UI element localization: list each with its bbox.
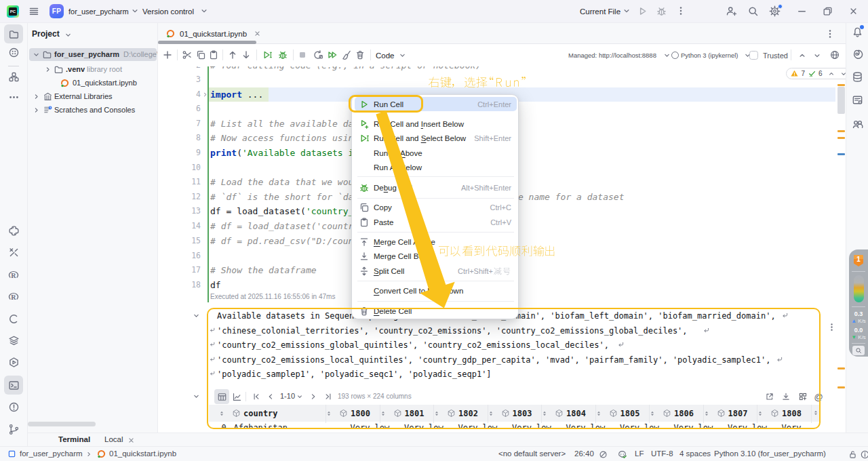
project-selector[interactable]: for_user_pycharm	[68, 6, 129, 17]
page-next-button[interactable]	[306, 389, 321, 404]
status-server[interactable]: <no default server>	[498, 449, 566, 458]
sidebar-item-code-with-me[interactable]	[848, 115, 867, 133]
sidebar-item-structure[interactable]	[4, 67, 23, 86]
interrupt-kernel-button[interactable]	[296, 48, 309, 62]
tree-item-notebook[interactable]: 01_quickstart.ipynb	[29, 77, 158, 89]
menu-item[interactable]: Run CellCtrl+Enter	[355, 97, 517, 111]
status-interpreter[interactable]: Python 3.10 (for_user_pycharm)	[714, 449, 826, 458]
hamburger-menu-icon[interactable]	[28, 6, 39, 17]
sidebar-item-ai-assistant[interactable]	[848, 45, 867, 64]
restore-button[interactable]	[822, 5, 833, 17]
chevron-right-icon[interactable]	[32, 106, 41, 115]
page-prev-button[interactable]	[263, 389, 278, 404]
project-avatar[interactable]: FP	[50, 4, 64, 18]
highlighting-icon[interactable]	[598, 449, 608, 460]
code-with-me-icon[interactable]	[726, 5, 737, 17]
chevron-right-icon[interactable]	[32, 92, 41, 101]
sidebar-item-commit[interactable]	[4, 43, 23, 62]
tab-terminal[interactable]: Terminal	[58, 435, 90, 443]
menu-item[interactable]: Run Cell and Select BelowShift+Enter	[355, 132, 517, 146]
output-options-icon[interactable]	[827, 322, 837, 332]
project-panel-title[interactable]: Project	[32, 29, 60, 39]
menu-item[interactable]: Run All Below	[355, 161, 517, 175]
inspections-widget[interactable]: 7 6	[786, 68, 852, 79]
sidebar-item-version-control[interactable]	[4, 420, 23, 439]
vcs-menu[interactable]: Version control	[142, 6, 194, 17]
sidebar-item-run[interactable]	[4, 353, 23, 372]
tab-local[interactable]: Local	[104, 435, 123, 443]
sort-icon[interactable]	[326, 409, 332, 418]
menu-item[interactable]: PasteCtrl+V	[355, 215, 517, 229]
kernel-selector[interactable]: Python 3 (ipykernel)	[681, 44, 752, 66]
close-tab-icon[interactable]	[127, 436, 136, 445]
menu-item[interactable]: Convert Cell to Markdown	[355, 284, 517, 298]
sort-icon[interactable]	[704, 409, 709, 418]
copy-cell-button[interactable]	[194, 48, 208, 62]
prev-cell-icon[interactable]	[797, 51, 807, 60]
sort-icon[interactable]	[380, 409, 386, 418]
menu-item[interactable]: Debug CellAlt+Shift+Enter	[355, 181, 517, 195]
menu-item[interactable]: Run Cell and Insert Below	[355, 117, 517, 131]
tree-item-scratches[interactable]: Scratches and Consoles	[29, 104, 158, 117]
status-line-ending[interactable]: LF	[635, 449, 644, 458]
sidebar-item-terminal[interactable]	[4, 376, 23, 395]
status-indent[interactable]: 4 spaces	[679, 449, 711, 458]
close-button[interactable]	[848, 5, 859, 17]
copilot-icon[interactable]	[617, 449, 627, 460]
clear-outputs-button[interactable]	[340, 48, 353, 62]
paste-cell-button[interactable]	[207, 48, 220, 62]
jupyter-server-selector[interactable]: Managed: http://localhost:8888	[568, 44, 671, 66]
minimize-button[interactable]	[796, 5, 808, 17]
page-last-button[interactable]	[321, 389, 336, 404]
menu-item[interactable]: Run All Above	[355, 146, 517, 160]
prev-problem-icon[interactable]	[827, 70, 835, 78]
sort-icon[interactable]	[219, 409, 224, 418]
sidebar-item-project[interactable]	[4, 24, 23, 43]
add-cell-button[interactable]	[161, 48, 174, 62]
restart-kernel-button[interactable]	[311, 48, 325, 62]
sort-icon[interactable]	[434, 409, 439, 418]
pycharm-logo-icon[interactable]: PC	[7, 5, 19, 18]
trusted-label[interactable]: Trusted	[763, 44, 788, 66]
run-cell-button[interactable]	[260, 48, 274, 62]
sort-icon[interactable]	[542, 409, 547, 418]
sidebar-item-notifications[interactable]	[848, 23, 867, 41]
grid-header-year[interactable]: 1803	[488, 405, 542, 422]
search-icon[interactable]	[747, 5, 759, 17]
run-button[interactable]	[637, 5, 648, 17]
menu-item[interactable]: Merge Cell Below	[355, 249, 517, 264]
delete-cell-button[interactable]	[353, 48, 367, 62]
trusted-checkbox[interactable]	[749, 51, 758, 60]
tree-item-external-libraries[interactable]: External Libraries	[29, 90, 158, 103]
sidebar-item-problems[interactable]	[4, 397, 23, 416]
grid-header-year[interactable]: 1805	[595, 405, 650, 422]
grid-data-row[interactable]: 0 Afghanistan Very low Very low Very low…	[209, 423, 820, 428]
sidebar-item-sciview[interactable]	[848, 91, 867, 109]
sort-icon[interactable]	[596, 409, 601, 418]
sidebar-item-endpoints[interactable]	[4, 309, 23, 328]
debug-button[interactable]	[656, 5, 667, 17]
sidebar-item-r-packages[interactable]	[4, 287, 23, 306]
breadcrumb-project[interactable]: for_user_pycharm	[20, 449, 83, 458]
grid-view-table-button[interactable]	[214, 389, 229, 404]
sort-icon[interactable]	[488, 409, 494, 418]
collapse-table-icon[interactable]	[192, 392, 201, 401]
grid-header-year[interactable]: 1800	[326, 405, 380, 422]
sidebar-item-python-console[interactable]	[4, 243, 23, 262]
more-actions-icon[interactable]	[675, 5, 686, 16]
grid-view-chart-button[interactable]	[229, 389, 244, 404]
next-cell-icon[interactable]	[812, 51, 822, 60]
open-in-editor-button[interactable]	[762, 389, 777, 404]
sidebar-item-database[interactable]	[848, 68, 867, 86]
grid-header-year[interactable]: 1804	[541, 405, 595, 422]
grid-header-year[interactable]: 1807	[703, 405, 757, 422]
close-tab-icon[interactable]	[253, 29, 262, 38]
cut-cell-button[interactable]	[180, 48, 194, 62]
menu-item[interactable]: Delete Cell	[355, 304, 517, 318]
grid-header-year[interactable]: 1806	[649, 405, 703, 422]
sidebar-item-r-console[interactable]	[4, 265, 23, 284]
scrollbar-thumb[interactable]	[837, 87, 845, 114]
chevron-down-icon[interactable]	[32, 50, 41, 59]
menu-item[interactable]: Split CellCtrl+Shift+	[355, 264, 517, 278]
status-encoding[interactable]: UTF-8	[651, 449, 673, 458]
